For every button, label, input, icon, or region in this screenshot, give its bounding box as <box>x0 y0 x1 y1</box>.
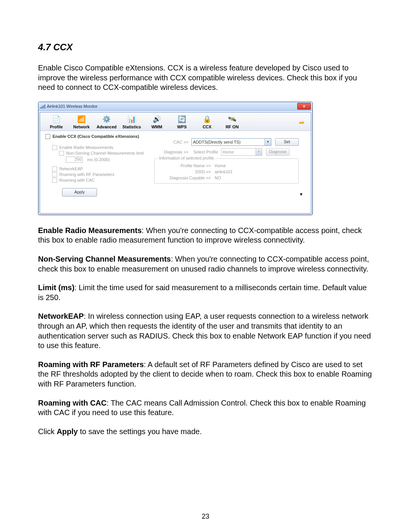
profile-name-key: Profile Name >> <box>158 163 215 168</box>
tab-profile-label: Profile <box>44 125 69 129</box>
enable-radio-checkbox[interactable] <box>52 145 57 150</box>
tab-ccx-label: CCX <box>194 125 220 129</box>
tab-network-label: Network <box>69 125 94 129</box>
non-serving-checkbox[interactable] <box>59 151 64 156</box>
set-button[interactable]: Set <box>275 138 299 146</box>
tab-wps[interactable]: 🔄 WPS <box>169 114 194 131</box>
toolbar: 📄 Profile 📶 Network ⚙️ Advanced 📊 Statis… <box>40 112 311 131</box>
desc-radio: Enable Radio Measurements: When you're c… <box>38 226 373 245</box>
cac-select[interactable]: ADDTS(Directly send TS) ▼ <box>191 138 271 146</box>
profile-icon: 📄 <box>51 115 62 124</box>
roaming-cac-label: Roaming with CAC <box>59 178 95 182</box>
non-serving-label: Non-Serving Channel Measurements limit <box>66 151 144 155</box>
rfon-icon: 🛰️ <box>226 115 238 124</box>
wps-icon: 🔄 <box>176 115 188 124</box>
diagcap-value: NO <box>215 176 221 180</box>
desc-nonserving: Non-Serving Channel Measurements: When y… <box>38 254 373 274</box>
roaming-rf-label: Roaming with RF Parameters <box>59 172 114 177</box>
select-profile-label: Select Profile <box>191 150 221 154</box>
right-panel: CAC >> ADDTS(Directly send TS) ▼ Set Dia… <box>154 139 299 184</box>
limit-input[interactable]: 250 <box>66 157 83 163</box>
roaming-cac-checkbox[interactable] <box>52 178 57 183</box>
next-arrow-icon[interactable]: ➡ <box>299 118 307 125</box>
desc-apply: Click Apply to save the settings you hav… <box>38 427 373 437</box>
signal-icon <box>40 104 45 109</box>
tab-profile[interactable]: 📄 Profile <box>44 114 69 131</box>
advanced-icon: ⚙️ <box>101 115 112 124</box>
diagnose-button[interactable]: Diagnose <box>266 148 290 156</box>
ccx-icon: 🔒 <box>201 115 213 124</box>
tab-rfon-label: RF ON <box>220 125 245 129</box>
desc-limit: Limit (ms): Limit the time used for said… <box>38 283 373 302</box>
chevron-down-icon: ▼ <box>264 139 271 145</box>
tab-statistics[interactable]: 📊 Statistics <box>119 114 144 131</box>
window-title: Airlink101 Wireless Monitor <box>47 104 97 109</box>
tab-network[interactable]: 📶 Network <box>69 114 94 131</box>
wireless-monitor-window: Airlink101 Wireless Monitor x 📄 Profile … <box>38 102 313 215</box>
networkeap-label: NetworkEAP <box>59 166 83 171</box>
desc-networkeap: NetworkEAP: In wireless connection using… <box>38 312 373 350</box>
statistics-icon: 📊 <box>126 115 137 124</box>
tab-rfon[interactable]: 🛰️ RF ON <box>220 114 245 131</box>
tab-wmm[interactable]: 🔊 WMM <box>144 114 169 131</box>
cac-label: CAC >> <box>154 140 191 144</box>
profile-select-value: Home <box>223 150 234 154</box>
profile-name-value: Home <box>215 163 226 168</box>
apply-button[interactable]: Apply <box>62 188 97 197</box>
enable-radio-label: Enable Radio Measurements <box>59 145 113 150</box>
tab-statistics-label: Statistics <box>119 125 144 129</box>
tab-advanced[interactable]: ⚙️ Advanced <box>94 114 119 131</box>
limit-unit-label: ms (0-2000) <box>87 157 110 162</box>
expand-arrow-icon[interactable]: ▼ <box>299 192 303 197</box>
enable-ccx-checkbox[interactable] <box>45 134 50 139</box>
tab-ccx[interactable]: 🔒 CCX <box>194 114 220 131</box>
close-button[interactable]: x <box>297 103 311 110</box>
cac-select-value: ADDTS(Directly send TS) <box>193 140 241 144</box>
ssid-key: SSID >> <box>158 169 215 174</box>
diagcap-key: Diagnosis Capable >> <box>158 176 215 180</box>
network-icon: 📶 <box>76 115 87 124</box>
profile-select[interactable]: Home ▼ <box>221 148 262 156</box>
wmm-icon: 🔊 <box>151 115 162 124</box>
page-number: 23 <box>0 513 411 521</box>
desc-roaming-rf: Roaming with RF Parameters: A default se… <box>38 360 373 389</box>
roaming-rf-checkbox[interactable] <box>52 172 57 177</box>
tab-wmm-label: WMM <box>144 125 169 129</box>
profile-info-fieldset: Information of selected profile Profile … <box>154 158 299 184</box>
chevron-down-icon: ▼ <box>255 149 262 155</box>
diagnosis-label: Diagnosis >> <box>154 150 191 154</box>
intro-paragraph: Enable Cisco Compatible eXtensions. CCX … <box>38 63 373 93</box>
ssid-value: airlink101 <box>215 169 233 174</box>
section-title: 4.7 CCX <box>38 42 373 53</box>
tab-advanced-label: Advanced <box>94 125 119 129</box>
desc-roaming-cac: Roaming with CAC: The CAC means Call Adm… <box>38 398 373 418</box>
fieldset-legend: Information of selected profile <box>158 156 215 160</box>
tab-wps-label: WPS <box>169 125 194 129</box>
networkeap-checkbox[interactable] <box>52 166 57 171</box>
enable-ccx-label: Enable CCX (Cisco Compatible eXtensions) <box>53 134 139 139</box>
window-titlebar: Airlink101 Wireless Monitor x <box>38 102 312 111</box>
